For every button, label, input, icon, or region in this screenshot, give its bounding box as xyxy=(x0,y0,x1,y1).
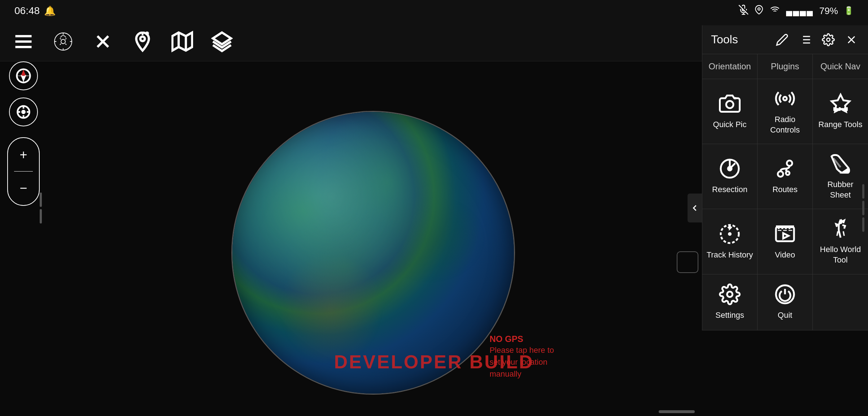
drag-handle-left[interactable] xyxy=(40,192,42,224)
panel-header: Tools xyxy=(702,25,868,54)
svg-marker-16 xyxy=(173,32,192,51)
zoom-plus[interactable]: + xyxy=(19,148,27,161)
mute-icon xyxy=(738,5,749,17)
notification-icon: 🔔 xyxy=(44,5,56,17)
tool-range-tools[interactable]: Range Tools xyxy=(813,79,868,144)
tool-quick-pic-label: Quick Pic xyxy=(713,120,747,130)
camera-icon xyxy=(719,93,741,114)
zoom-minus[interactable]: − xyxy=(19,182,27,195)
location-icon xyxy=(754,5,764,17)
tool-settings-label: Settings xyxy=(715,310,744,321)
wifi-icon xyxy=(769,5,780,17)
panel-actions xyxy=(774,32,859,48)
add-pin-button[interactable] xyxy=(130,29,155,54)
tool-routes[interactable]: Routes xyxy=(758,144,813,209)
left-sidebar: + − xyxy=(7,61,40,206)
tool-quit-label: Quit xyxy=(778,310,792,321)
svg-point-45 xyxy=(778,172,783,177)
map-button[interactable] xyxy=(170,29,195,54)
close-panel-button[interactable] xyxy=(843,32,859,48)
tool-empty xyxy=(813,274,868,330)
gps-warning-title: NO GPS xyxy=(489,334,554,344)
drag-handle-bar xyxy=(40,192,42,207)
svg-line-48 xyxy=(786,169,787,172)
zoom-control[interactable]: + − xyxy=(7,137,40,206)
status-left: 06:48 🔔 xyxy=(14,5,56,17)
north-button[interactable] xyxy=(9,61,38,90)
tool-resection-label: Resection xyxy=(712,185,747,195)
tool-resection[interactable]: Resection xyxy=(702,144,758,209)
right-panel: Tools Orientation Plugins Quick Nav xyxy=(702,25,868,330)
tool-rubber-sheet-label: Rubber Sheet xyxy=(816,179,864,200)
zoom-divider xyxy=(14,171,33,172)
menu-button[interactable] xyxy=(11,29,36,54)
svg-point-36 xyxy=(726,101,733,108)
tool-quick-pic[interactable]: Quick Pic xyxy=(702,79,758,144)
svg-point-47 xyxy=(786,172,790,175)
tool-settings[interactable]: Settings xyxy=(702,274,758,330)
svg-point-26 xyxy=(22,110,25,113)
layers-button[interactable] xyxy=(209,29,235,54)
drag-handle-bar xyxy=(40,209,42,224)
settings-button[interactable] xyxy=(820,32,836,48)
video-icon xyxy=(774,223,796,245)
battery-text: 79% xyxy=(819,5,838,17)
svg-point-56 xyxy=(727,292,733,297)
svg-point-12 xyxy=(140,36,145,41)
tool-track-history[interactable]: Track History xyxy=(702,209,758,274)
close-marks-button[interactable] xyxy=(90,29,115,54)
svg-point-43 xyxy=(728,167,732,170)
tool-video-label: Video xyxy=(775,250,795,260)
list-view-button[interactable] xyxy=(797,32,813,48)
target-button[interactable] xyxy=(51,29,76,54)
svg-point-9 xyxy=(61,39,65,44)
settings-icon xyxy=(719,283,741,305)
svg-point-51 xyxy=(729,233,731,235)
edge-handle-bar xyxy=(862,184,864,199)
quit-icon xyxy=(774,283,796,305)
tools-grid: Quick Pic RadioControls Range Tools xyxy=(702,79,868,330)
gps-warning[interactable]: NO GPS Please tap here toset your locati… xyxy=(489,334,554,380)
tool-rubber-sheet[interactable]: Rubber Sheet xyxy=(813,144,868,209)
panel-title: Tools xyxy=(711,33,738,46)
hello-world-icon xyxy=(830,218,851,239)
tool-radio-controls-label: RadioControls xyxy=(770,114,800,135)
edge-handle-bar xyxy=(862,217,864,232)
tool-track-history-label: Track History xyxy=(707,250,753,260)
tool-video[interactable]: Video xyxy=(758,209,813,274)
resection-icon xyxy=(719,158,741,179)
status-bar: 06:48 🔔 ▄▄▄▄ xyxy=(0,0,868,22)
range-icon xyxy=(830,93,851,114)
signal-icon: ▄▄▄▄ xyxy=(786,6,814,16)
tool-hello-world-label: Hello WorldTool xyxy=(820,244,861,265)
status-right: ▄▄▄▄ 79% 🔋 xyxy=(738,5,854,17)
tool-range-tools-label: Range Tools xyxy=(819,120,863,130)
edit-button[interactable] xyxy=(774,32,790,48)
svg-point-3 xyxy=(758,8,760,10)
tool-quit[interactable]: Quit xyxy=(758,274,813,330)
tool-hello-world[interactable]: Hello WorldTool xyxy=(813,209,868,274)
battery-icon: 🔋 xyxy=(844,6,854,16)
tool-radio-controls[interactable]: RadioControls xyxy=(758,79,813,144)
tab-quick-nav[interactable]: Quick Nav xyxy=(813,54,868,79)
gps-warning-text: Please tap here toset your locationmanua… xyxy=(489,344,554,380)
time-display: 06:48 xyxy=(14,5,40,17)
right-edge-handle[interactable] xyxy=(862,184,864,232)
collapse-panel-button[interactable] xyxy=(688,194,702,222)
radio-icon xyxy=(774,88,796,109)
svg-point-33 xyxy=(827,38,830,41)
routes-icon xyxy=(774,158,796,179)
edge-handle-bar xyxy=(862,201,864,215)
svg-point-55 xyxy=(839,221,841,223)
square-button[interactable] xyxy=(677,251,698,273)
home-indicator xyxy=(659,410,695,413)
svg-marker-54 xyxy=(783,233,789,238)
svg-point-40 xyxy=(783,97,787,100)
tool-routes-label: Routes xyxy=(772,185,798,195)
tab-orientation[interactable]: Orientation xyxy=(702,54,758,79)
rubber-sheet-icon xyxy=(830,153,851,174)
svg-point-46 xyxy=(787,161,792,166)
tab-plugins[interactable]: Plugins xyxy=(758,54,813,79)
crosshair-button[interactable] xyxy=(9,98,38,126)
panel-tabs: Orientation Plugins Quick Nav xyxy=(702,54,868,79)
